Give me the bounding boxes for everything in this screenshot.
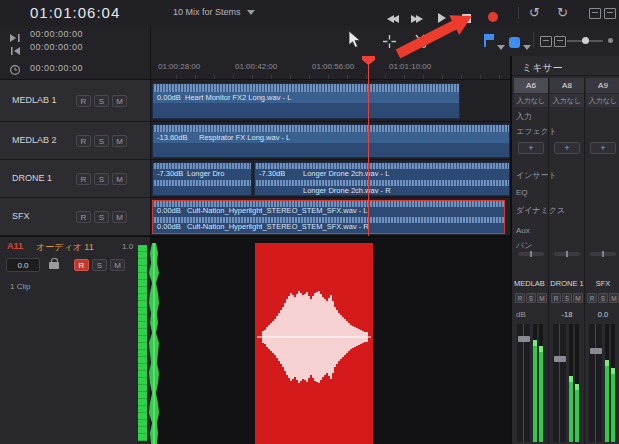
recording-waveform: [255, 243, 373, 444]
record-arm-button[interactable]: R: [76, 135, 91, 147]
clip-name: Respirator FX Long.wav - L: [199, 132, 290, 143]
record-arm-button[interactable]: R: [515, 293, 525, 303]
record-arm-button[interactable]: R: [76, 211, 91, 223]
flag-dropdown[interactable]: [497, 38, 505, 56]
fairlight-window: 01:01:06:04 10 Mix for Stems ↺ ↻ 00:00:0…: [0, 0, 619, 444]
fader-handle[interactable]: [554, 356, 566, 362]
zoom-preset-icon-1[interactable]: [540, 36, 552, 47]
timeline-ruler[interactable]: 01:00:28:00 01:00:42:00 01:00:56:00 01:0…: [150, 56, 510, 81]
aux-timecode-1: 00:00:00:00: [30, 29, 83, 39]
zoom-dot[interactable]: [608, 38, 613, 43]
scissors-icon: [413, 34, 427, 48]
add-effect-button[interactable]: +: [518, 142, 544, 154]
mixer-channel-header-a6[interactable]: A6: [514, 78, 548, 93]
record-arm-button[interactable]: R: [74, 259, 89, 271]
track-header-medlab1[interactable]: MEDLAB 1 R S M: [0, 80, 150, 122]
fader-value[interactable]: 0.0: [586, 310, 619, 319]
recording-clip[interactable]: [255, 243, 373, 444]
track-inspector-panel: A11 オーディオ 11 1.0 0.0 R S M 1 Clip: [0, 236, 150, 444]
track-title[interactable]: オーディオ 11: [36, 241, 94, 254]
mute-button[interactable]: M: [112, 173, 127, 185]
track-gain-field[interactable]: 0.0: [6, 258, 40, 272]
section-label-aux: Aux: [516, 226, 530, 235]
chevron-down-icon: [247, 10, 255, 15]
fast-rewind-button[interactable]: [387, 9, 399, 27]
fader-handle[interactable]: [518, 336, 530, 342]
mute-button[interactable]: M: [609, 293, 619, 303]
fader-handle[interactable]: [590, 348, 602, 354]
pan-slider[interactable]: [518, 252, 544, 256]
zoom-preset-icon-2[interactable]: [554, 36, 566, 47]
out-point-icon: [9, 42, 22, 60]
range-tool-button[interactable]: [383, 34, 396, 52]
duration-clock-icon: [9, 62, 21, 80]
solo-button[interactable]: S: [94, 211, 109, 223]
loop-icon[interactable]: ↺: [529, 6, 540, 19]
solo-button[interactable]: S: [562, 293, 572, 303]
clip-gain: -7.30dB: [157, 168, 183, 179]
fader-track[interactable]: [553, 324, 566, 442]
solo-button[interactable]: S: [94, 173, 109, 185]
section-label-input: 入力: [516, 111, 532, 122]
misc-icon-1[interactable]: [589, 8, 601, 19]
marker-dropdown[interactable]: [523, 38, 531, 56]
mute-button[interactable]: M: [110, 259, 125, 271]
solo-button[interactable]: S: [92, 259, 107, 271]
record-arm-button[interactable]: R: [551, 293, 561, 303]
timeline-preset-dropdown[interactable]: 10 Mix for Stems: [173, 7, 255, 17]
add-effect-button[interactable]: +: [590, 142, 616, 154]
toolbar-divider: [518, 7, 519, 19]
track-id-badge: A11: [7, 241, 23, 251]
fader-value[interactable]: -18: [550, 310, 584, 319]
pan-slider[interactable]: [590, 252, 616, 256]
misc-icon-2[interactable]: [604, 8, 616, 19]
fast-forward-button[interactable]: [411, 9, 423, 27]
add-effect-button[interactable]: +: [554, 142, 580, 154]
zoom-slider-knob[interactable]: [582, 37, 589, 44]
pan-slider[interactable]: [554, 252, 580, 256]
level-meter: [575, 384, 579, 442]
mute-button[interactable]: M: [112, 95, 127, 107]
cycle-icon[interactable]: ↻: [557, 6, 568, 19]
razor-tool-button[interactable]: [413, 34, 427, 52]
clip-waveform-strip: [153, 84, 459, 92]
solo-button[interactable]: S: [598, 293, 608, 303]
level-meter: [539, 346, 543, 442]
track-header-drone1[interactable]: DRONE 1 R S M: [0, 160, 150, 198]
input-select[interactable]: 入力なし: [586, 94, 619, 107]
clip-longer-drone-1[interactable]: -7.30dB Longer Dro: [152, 162, 252, 196]
section-label-dynamics: ダイナミクス: [516, 205, 565, 216]
top-bar: 01:01:06:04 10 Mix for Stems ↺ ↻: [0, 0, 619, 27]
fader-track[interactable]: [589, 324, 602, 442]
mute-button[interactable]: M: [573, 293, 583, 303]
flag-button[interactable]: [484, 33, 486, 51]
mixer-title: ミキサー: [522, 61, 563, 75]
section-label-insert: インサート: [516, 170, 557, 181]
input-select[interactable]: 入力なし: [550, 94, 584, 107]
play-button[interactable]: [438, 9, 446, 27]
mute-button[interactable]: M: [112, 135, 127, 147]
zoom-slider[interactable]: [567, 40, 603, 42]
track-header-sfx[interactable]: SFX R S M: [0, 198, 150, 236]
marker-button[interactable]: [509, 34, 520, 52]
mute-button[interactable]: M: [112, 211, 127, 223]
flag-icon: [484, 34, 486, 47]
mixer-channel-header-a8[interactable]: A8: [550, 78, 584, 93]
clip-sfx-stem[interactable]: 0.00dB Cult-Nation_Hyperlight_STEREO_STE…: [152, 200, 505, 234]
record-arm-button[interactable]: R: [587, 293, 597, 303]
record-arm-button[interactable]: R: [76, 173, 91, 185]
record-button[interactable]: [488, 8, 498, 26]
solo-button[interactable]: S: [526, 293, 536, 303]
solo-button[interactable]: S: [94, 135, 109, 147]
record-arm-button[interactable]: R: [76, 95, 91, 107]
stop-button[interactable]: [462, 9, 471, 27]
solo-button[interactable]: S: [94, 95, 109, 107]
selection-tool-button[interactable]: [349, 31, 362, 53]
mute-button[interactable]: M: [537, 293, 547, 303]
input-select[interactable]: 入力なし: [514, 94, 548, 107]
mixer-channel-header-a9[interactable]: A9: [586, 78, 619, 93]
track-header-medlab2[interactable]: MEDLAB 2 R S M: [0, 122, 150, 160]
clip-heart-monitor[interactable]: 0.00dB Heart Monitor FX2 Long.wav - L: [152, 83, 460, 119]
clip-respirator[interactable]: -13.60dB Respirator FX Long.wav - L: [152, 124, 510, 158]
clip-longer-drone-2[interactable]: -7.30dB Longer Drone 2ch.wav - L Longer …: [254, 162, 510, 196]
